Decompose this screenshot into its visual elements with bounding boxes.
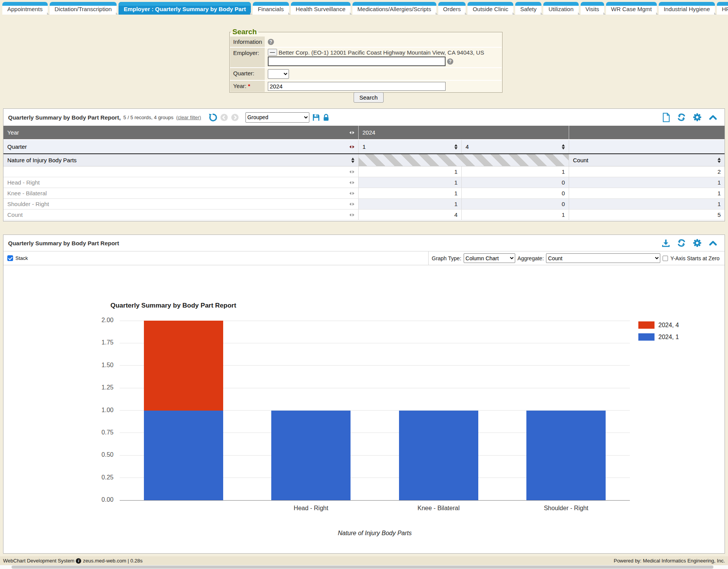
pivot-table: Year 2024 Quarter 1 4 Nature of Injury B…	[3, 126, 725, 220]
legend-swatch	[638, 321, 655, 329]
row-q1-value: 1	[358, 199, 461, 209]
undo-button[interactable]	[208, 113, 217, 122]
y-tick-label: 0.00	[88, 496, 114, 503]
move-row-icon[interactable]	[349, 203, 354, 206]
new-document-button[interactable]	[662, 113, 670, 122]
tab-utilization[interactable]: Utilization	[543, 2, 578, 15]
required-marker: *	[248, 83, 250, 89]
table-row: Shoulder - Right 1 0 1	[3, 199, 725, 210]
grid-toolbar: Quarterly Summary by Body Part Report, 5…	[3, 109, 725, 126]
move-row-icon[interactable]	[349, 170, 354, 173]
chart-settings-button[interactable]	[693, 238, 702, 248]
view-mode-select[interactable]: Grouped	[245, 112, 309, 123]
year-header-row: Year 2024	[3, 126, 725, 140]
legend-label: 2024, 4	[658, 322, 679, 329]
tab-industrial-hygiene[interactable]: Industrial Hygiene	[659, 2, 715, 15]
table-row: Head - Right 1 0 1	[3, 177, 725, 188]
scrollbar-thumb[interactable]	[12, 566, 713, 569]
next-page-button[interactable]	[231, 113, 239, 121]
tab-safety[interactable]: Safety	[515, 2, 542, 15]
stack-checkbox[interactable]	[7, 255, 13, 261]
tab-dictation-transcription[interactable]: Dictation/Transcription	[50, 2, 117, 15]
search-fieldset: Search Information Employer: — Better Co…	[229, 28, 503, 93]
refresh-icon	[677, 113, 686, 122]
grid-settings-button[interactable]	[693, 113, 702, 122]
lock-view-button[interactable]	[323, 113, 329, 121]
collapse-grid-button[interactable]	[708, 113, 718, 122]
document-icon	[662, 113, 670, 122]
sort-count-icon[interactable]	[718, 158, 721, 163]
information-help-icon[interactable]	[268, 39, 274, 45]
y-axis-zero-checkbox[interactable]	[663, 256, 668, 261]
chevron-up-icon	[708, 238, 718, 248]
quarter-select[interactable]	[268, 69, 289, 79]
previous-page-button[interactable]	[220, 113, 228, 121]
quarter-header-label: Quarter	[7, 143, 27, 150]
sort-quarter-4-icon[interactable]	[562, 144, 565, 150]
report-chart-panel: Quarterly Summary by Body Part Report	[3, 235, 725, 554]
floppy-disk-icon	[312, 113, 320, 121]
employer-help-icon[interactable]	[447, 58, 453, 65]
legend-item: 2024, 4	[638, 321, 679, 329]
chart-panel-title: Quarterly Summary by Body Part Report	[8, 240, 119, 246]
tab-visits[interactable]: Visits	[581, 2, 604, 15]
tab-orders[interactable]: Orders	[438, 2, 466, 15]
sort-body-parts-icon[interactable]	[351, 158, 354, 163]
tab-employer-quarterly-summary[interactable]: Employer : Quarterly Summary by Body Par…	[119, 2, 251, 15]
info-icon[interactable]	[76, 558, 81, 564]
download-chart-button[interactable]	[661, 239, 670, 248]
year-input[interactable]	[268, 82, 446, 91]
move-row-icon[interactable]	[349, 192, 354, 195]
collapse-chart-button[interactable]	[708, 238, 718, 248]
y-tick-label: 1.50	[88, 362, 114, 369]
download-icon	[661, 239, 670, 248]
move-row-icon[interactable]	[349, 213, 354, 216]
y-tick-label: 2.00	[88, 317, 114, 324]
move-column-icon[interactable]	[349, 131, 354, 134]
bar-segment-2024-1	[526, 411, 606, 501]
refresh-chart-button[interactable]	[677, 238, 686, 248]
search-legend: Search	[231, 28, 258, 36]
row-label: Shoulder - Right	[7, 201, 49, 207]
grid-record-count: 5 / 5 records, 4 groups	[124, 115, 174, 120]
x-axis-labels: Head - RightKnee - BilateralShoulder - R…	[120, 505, 630, 513]
row-count-value: 5	[569, 210, 725, 220]
tab-outside-clinic[interactable]: Outside Clinic	[468, 2, 513, 15]
tab-wr-case-mgmt[interactable]: WR Case Mgmt	[606, 2, 657, 15]
tab-financials[interactable]: Financials	[253, 2, 289, 15]
chevron-left-circle-icon	[220, 113, 228, 121]
information-row: Information	[230, 37, 502, 48]
footer-powered-by: Powered by: Medical Informatics Engineer…	[614, 558, 725, 564]
tab-hr-data-feed[interactable]: HR Data Feed	[717, 2, 728, 15]
row-q4-value: 0	[461, 188, 569, 198]
move-row-icon[interactable]	[349, 181, 354, 184]
save-view-button[interactable]	[312, 113, 320, 121]
refresh-grid-button[interactable]	[677, 113, 686, 122]
move-column-icon[interactable]	[349, 145, 354, 148]
row-count-value: 1	[569, 177, 725, 188]
x-axis-label: Head - Right	[247, 505, 375, 512]
plot-area: 0.000.250.500.751.001.251.501.752.00	[120, 321, 630, 500]
hatched-spacer-cell	[358, 154, 569, 166]
tab-health-surveillance[interactable]: Health Surveillance	[291, 2, 351, 15]
quarter-header-empty-cell	[569, 140, 725, 153]
search-button[interactable]: Search	[354, 92, 384, 103]
chevron-right-circle-icon	[231, 113, 239, 121]
row-q1-value: 1	[358, 166, 461, 177]
count-header-label: Count	[573, 157, 588, 163]
employer-search-input[interactable]	[268, 57, 446, 66]
tab-appointments[interactable]: Appointments	[2, 2, 48, 15]
sort-quarter-1-icon[interactable]	[454, 144, 458, 150]
year-header-label: Year	[7, 129, 19, 136]
y-tick-label: 0.25	[88, 474, 114, 481]
x-axis-label: Knee - Bilateral	[375, 505, 503, 512]
y-tick-label: 1.00	[88, 407, 114, 414]
horizontal-scrollbar[interactable]	[0, 565, 728, 569]
tab-medications-allergies-scripts[interactable]: Medications/Allergies/Scripts	[352, 2, 436, 15]
clear-filter-link[interactable]: (clear filter)	[176, 115, 201, 120]
chart-controls: Stack Graph Type: Column Chart Aggregate…	[3, 251, 725, 265]
bar-segment-2024-1	[144, 411, 223, 501]
employer-collapse-button[interactable]: —	[268, 49, 277, 56]
aggregate-select[interactable]: Count	[546, 253, 660, 263]
graph-type-select[interactable]: Column Chart	[464, 253, 515, 263]
